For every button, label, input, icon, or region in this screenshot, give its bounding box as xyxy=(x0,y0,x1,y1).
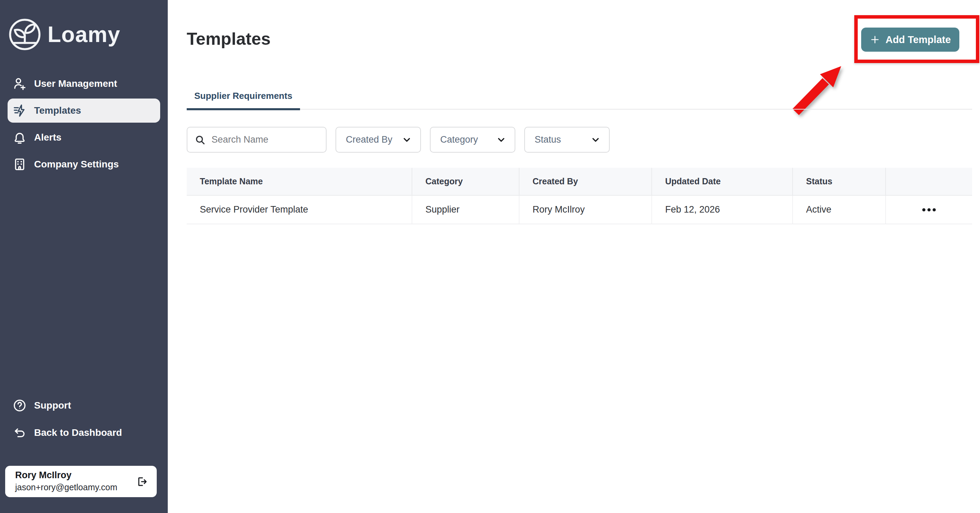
sprout-logo-icon xyxy=(7,16,43,53)
bell-icon xyxy=(13,130,27,145)
templates-table: Template Name Category Created By Update… xyxy=(187,168,972,224)
annotation-highlight-box: Add Template xyxy=(854,15,979,63)
sidebar-item-support[interactable]: Support xyxy=(8,394,160,417)
back-arrow-icon xyxy=(13,425,27,440)
row-actions-button[interactable] xyxy=(918,203,940,217)
add-template-button[interactable]: Add Template xyxy=(861,27,959,52)
cell-actions xyxy=(885,196,972,224)
sidebar-item-label: Alerts xyxy=(34,132,61,143)
cell-category: Supplier xyxy=(412,196,519,224)
cell-template-name: Service Provider Template xyxy=(187,196,412,224)
category-dropdown[interactable]: Category xyxy=(430,127,515,153)
sidebar-item-user-management[interactable]: User Management xyxy=(8,72,160,96)
cell-created-by: Rory McIlroy xyxy=(519,196,651,224)
tab-supplier-requirements[interactable]: Supplier Requirements xyxy=(187,83,300,110)
tab-bar-divider xyxy=(187,109,972,110)
sidebar-item-back-to-dashboard[interactable]: Back to Dashboard xyxy=(8,421,160,445)
table-row[interactable]: Service Provider Template Supplier Rory … xyxy=(187,196,972,224)
sidebar-item-templates[interactable]: Templates xyxy=(8,99,160,123)
cell-updated-date: Feb 12, 2026 xyxy=(651,196,792,224)
add-template-label: Add Template xyxy=(886,34,951,46)
category-dropdown-label: Category xyxy=(440,134,478,145)
chevron-down-icon xyxy=(402,135,412,145)
filters-bar: Created By Category Status xyxy=(187,127,610,153)
column-header-status: Status xyxy=(792,168,885,195)
search-field xyxy=(187,127,326,153)
help-icon xyxy=(13,398,27,413)
main-content: Templates Add Template Supplier Requirem… xyxy=(168,0,980,513)
sidebar-item-label: Support xyxy=(34,400,71,411)
status-dropdown[interactable]: Status xyxy=(524,127,610,153)
sidebar-nav: User Management Templates Alerts xyxy=(8,72,160,177)
app: Loamy User Management Templates xyxy=(0,0,980,513)
search-icon xyxy=(194,134,206,146)
sidebar-item-label: Back to Dashboard xyxy=(34,427,122,438)
sidebar: Loamy User Management Templates xyxy=(0,0,168,513)
user-email: jason+rory@getloamy.com xyxy=(15,482,118,492)
brand-logo: Loamy xyxy=(7,16,120,53)
created-by-dropdown-label: Created By xyxy=(346,134,392,145)
sidebar-footer-nav: Support Back to Dashboard xyxy=(8,394,160,445)
user-name: Rory McIlroy xyxy=(15,470,72,481)
sidebar-item-alerts[interactable]: Alerts xyxy=(8,126,160,150)
column-header-created-by: Created By xyxy=(519,168,651,195)
brand-name: Loamy xyxy=(48,22,120,47)
ellipsis-icon xyxy=(921,206,937,213)
column-header-actions xyxy=(885,168,972,195)
sidebar-item-label: Company Settings xyxy=(34,159,119,170)
tab-label: Supplier Requirements xyxy=(194,91,293,101)
status-dropdown-label: Status xyxy=(535,134,561,145)
sidebar-item-label: Templates xyxy=(34,105,81,116)
cell-status: Active xyxy=(792,196,885,224)
column-header-category: Category xyxy=(412,168,519,195)
sidebar-item-company-settings[interactable]: Company Settings xyxy=(8,152,160,177)
column-header-updated-date: Updated Date xyxy=(651,168,792,195)
tab-bar: Supplier Requirements xyxy=(187,83,972,109)
table-header-row: Template Name Category Created By Update… xyxy=(187,168,972,196)
page-title: Templates xyxy=(187,29,271,49)
logout-icon xyxy=(136,475,148,488)
user-plus-icon xyxy=(13,76,27,91)
logout-button[interactable] xyxy=(136,475,148,488)
templates-icon xyxy=(13,104,27,118)
column-header-template-name: Template Name xyxy=(187,168,412,195)
chevron-down-icon xyxy=(590,135,601,145)
search-input[interactable] xyxy=(212,134,319,145)
sidebar-item-label: User Management xyxy=(34,78,117,89)
building-icon xyxy=(13,157,27,172)
chevron-down-icon xyxy=(496,135,506,145)
created-by-dropdown[interactable]: Created By xyxy=(336,127,421,153)
plus-icon xyxy=(870,35,880,45)
user-card: Rory McIlroy jason+rory@getloamy.com xyxy=(5,466,157,497)
